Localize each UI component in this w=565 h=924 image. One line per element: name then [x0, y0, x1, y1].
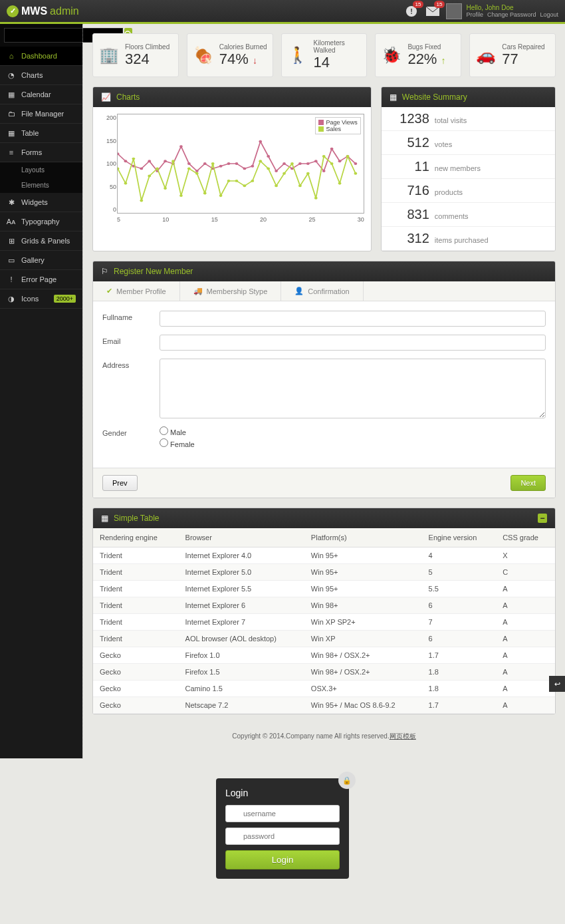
- prev-button[interactable]: Prev: [102, 475, 138, 491]
- search-box: [0, 24, 82, 47]
- wizard-step-confirm[interactable]: 👤Confirmation: [281, 281, 363, 301]
- stat-icon: 🍖: [193, 45, 214, 66]
- login-box: 🔒 Login 👤 🔑 Login: [216, 778, 349, 879]
- subnav-layouts[interactable]: Layouts: [0, 162, 82, 178]
- svg-point-20: [235, 162, 239, 165]
- subnav-elements[interactable]: Elements: [0, 178, 82, 193]
- svg-point-45: [187, 167, 191, 170]
- signpost-icon: ⚐: [101, 267, 108, 276]
- stat-value: 22% ↑: [407, 51, 455, 68]
- nav-item-gallery[interactable]: ▭Gallery: [0, 251, 82, 270]
- logo-main: MWS: [21, 5, 47, 17]
- wizard-step-profile[interactable]: ✔Member Profile: [93, 281, 180, 301]
- male-option[interactable]: Male: [160, 426, 195, 436]
- summary-label: votes: [435, 140, 452, 148]
- address-label: Address: [102, 359, 160, 369]
- collapse-button[interactable]: −: [538, 514, 547, 523]
- svg-point-55: [267, 167, 270, 170]
- male-radio[interactable]: [160, 426, 168, 435]
- stat-value: 14: [314, 54, 362, 71]
- logo-sub: admin: [50, 5, 79, 17]
- nav-item-file-manager[interactable]: 🗀File Manager: [0, 104, 82, 124]
- svg-point-29: [306, 162, 310, 165]
- svg-point-24: [267, 155, 270, 158]
- alerts-icon[interactable]: ! 15: [403, 3, 419, 19]
- nav-icon: ✱: [7, 198, 16, 207]
- female-option[interactable]: Female: [160, 438, 195, 448]
- svg-point-65: [346, 155, 350, 158]
- summary-item: 716products: [382, 179, 555, 203]
- avatar[interactable]: [446, 3, 462, 19]
- password-input[interactable]: [225, 828, 340, 845]
- svg-point-64: [338, 182, 342, 185]
- nav-item-charts[interactable]: ◔Charts: [0, 66, 82, 85]
- nav-item-forms[interactable]: ≡Forms: [0, 143, 82, 162]
- table-header: CSS grade: [496, 528, 555, 547]
- svg-point-13: [179, 145, 183, 148]
- wizard-steps: ✔Member Profile 🚚Membership Stype 👤Confi…: [93, 281, 555, 301]
- user-greeting: Hello, John Doe: [466, 4, 558, 11]
- summary-num: 716: [390, 183, 429, 198]
- nav-item-icons[interactable]: ◑Icons2000+: [0, 289, 82, 309]
- back-icon[interactable]: ↩: [549, 676, 565, 692]
- summary-label: comments: [435, 212, 469, 220]
- summary-item: 1238total visits: [382, 107, 555, 131]
- table-row: TridentInternet Explorer 5.5Win 95+5.5A: [93, 581, 555, 597]
- fullname-label: Fullname: [102, 311, 160, 321]
- nav-item-dashboard[interactable]: ⌂Dashboard: [0, 47, 82, 66]
- stat-label: Bugs Fixed: [407, 43, 455, 51]
- nav-icon: ▦: [7, 128, 16, 138]
- data-table: Rendering engineBrowserPlatform(s)Engine…: [93, 528, 555, 714]
- summary-num: 512: [390, 135, 429, 150]
- change-password-link[interactable]: Change Password: [487, 11, 536, 18]
- mail-icon[interactable]: 15: [425, 3, 441, 19]
- nav-item-grids-panels[interactable]: ⊞Grids & Panels: [0, 231, 82, 251]
- nav-item-widgets[interactable]: ✱Widgets: [0, 193, 82, 212]
- nav-item-typography[interactable]: AᴀTypography: [0, 212, 82, 231]
- username-input[interactable]: [225, 805, 340, 822]
- logout-link[interactable]: Logout: [540, 11, 558, 18]
- email-input[interactable]: [160, 335, 546, 351]
- svg-point-8: [140, 167, 143, 170]
- stat-box[interactable]: 🐞Bugs Fixed22% ↑: [375, 33, 461, 77]
- nav-icon: ≡: [7, 148, 16, 157]
- address-input[interactable]: [160, 359, 546, 418]
- logo-icon: ✓: [7, 5, 19, 17]
- charts-panel: 📈 Charts 200150100500 Page Views Sales 5…: [92, 86, 372, 251]
- stat-box[interactable]: 🚗Cars Repaired77: [469, 33, 556, 77]
- fullname-input[interactable]: [160, 311, 546, 327]
- stat-label: Kilometers Walked: [314, 39, 362, 54]
- nav-item-calendar[interactable]: ▦Calendar: [0, 85, 82, 104]
- login-button[interactable]: Login: [225, 850, 340, 869]
- nav-badge: 2000+: [54, 295, 76, 303]
- svg-point-31: [322, 170, 326, 172]
- stat-box[interactable]: 🏢Floors Climbed324: [92, 33, 179, 77]
- footer-link[interactable]: 网页模板: [390, 732, 416, 740]
- svg-point-58: [290, 162, 294, 165]
- chart-area: 200150100500 Page Views Sales: [117, 114, 364, 214]
- stat-label: Calories Burned: [219, 43, 267, 51]
- profile-link[interactable]: Profile: [466, 11, 483, 18]
- summary-panel: ▦ Website Summary 1238total visits512vot…: [381, 86, 556, 251]
- chart-icon: 📈: [101, 92, 111, 102]
- svg-point-51: [235, 180, 239, 182]
- stat-icon: 🚶: [287, 45, 308, 66]
- summary-title: Website Summary: [402, 92, 467, 102]
- female-radio[interactable]: [160, 438, 168, 447]
- stat-box[interactable]: 🚶Kilometers Walked14: [281, 33, 368, 77]
- nav-item-error-page[interactable]: !Error Page: [0, 270, 82, 289]
- svg-point-47: [203, 192, 207, 194]
- stat-box[interactable]: 🍖Calories Burned74% ↓: [187, 33, 273, 77]
- wizard-step-type[interactable]: 🚚Membership Stype: [180, 281, 282, 301]
- next-button[interactable]: Next: [510, 475, 546, 491]
- nav-item-table[interactable]: ▦Table: [0, 124, 82, 143]
- summary-icon: ▦: [390, 92, 397, 102]
- svg-point-50: [227, 180, 231, 182]
- svg-text:!: !: [411, 7, 413, 15]
- svg-point-28: [298, 162, 302, 165]
- logo[interactable]: ✓ MWS admin: [7, 5, 79, 17]
- stat-label: Cars Repaired: [502, 43, 550, 51]
- table-row: TridentInternet Explorer 5.0Win 95+5C: [93, 564, 555, 581]
- stat-icon: 🚗: [475, 45, 497, 66]
- table-row: TridentInternet Explorer 7Win XP SP2+7A: [93, 614, 555, 631]
